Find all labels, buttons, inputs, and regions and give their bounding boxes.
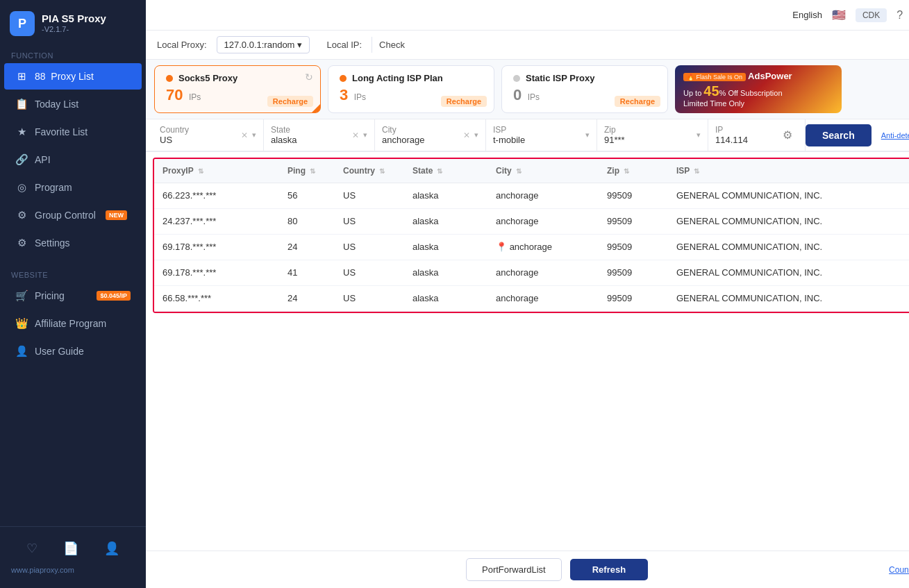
function-section-label: Function bbox=[0, 44, 146, 62]
sidebar-item-group-control[interactable]: ⚙ Group Control NEW bbox=[4, 202, 142, 228]
cell-city-0: anchorage bbox=[487, 183, 599, 208]
cell-ping-4: 24 bbox=[279, 286, 335, 311]
search-button[interactable]: Search bbox=[806, 124, 872, 146]
sort-country-icon[interactable]: ⇅ bbox=[379, 167, 385, 175]
country-code-link[interactable]: Country Code bbox=[889, 565, 909, 575]
ad-tagline: Limited Time Only bbox=[683, 99, 833, 108]
feedback-icon[interactable]: 📄 bbox=[63, 541, 78, 556]
city-clear-button[interactable]: ✕ bbox=[462, 129, 472, 142]
cell-zip-4: 99509 bbox=[599, 286, 668, 311]
sidebar-item-pricing[interactable]: 🛒 Pricing $0.045/IP bbox=[4, 283, 142, 309]
sidebar-footer-icons: ♡ 📄 👤 bbox=[0, 534, 146, 563]
isp-recharge-button[interactable]: Recharge bbox=[441, 96, 487, 107]
state-clear-button[interactable]: ✕ bbox=[351, 129, 360, 142]
ip-filter-value: 114.114 bbox=[715, 135, 774, 145]
isp-card-header: Long Acting ISP Plan bbox=[340, 73, 483, 83]
isp-dot bbox=[340, 75, 347, 82]
socks5-arrow bbox=[312, 104, 320, 112]
proxy-list-icon: ⊞ bbox=[15, 70, 28, 83]
sidebar-url[interactable]: www.piaproxy.com bbox=[0, 563, 146, 581]
check-button[interactable]: Check bbox=[372, 37, 412, 53]
sort-city-icon[interactable]: ⇅ bbox=[516, 167, 522, 175]
cell-isp-0: GENERAL COMMUNICATION, INC. bbox=[668, 183, 909, 208]
anti-detection-wrapper: Anti-detection browser bbox=[872, 128, 909, 142]
cdk-button[interactable]: CDK bbox=[856, 8, 887, 22]
cell-ip-0: 66.223.***.*** bbox=[154, 183, 279, 208]
port-forward-button[interactable]: PortForwardList bbox=[466, 558, 562, 581]
state-filter-label: State bbox=[271, 125, 348, 135]
proxy-card-static[interactable]: Static ISP Proxy 0 IPs Recharge bbox=[501, 65, 668, 113]
isp-filter-label: ISP bbox=[493, 125, 583, 135]
cell-zip-2: 99509 bbox=[599, 235, 668, 260]
socks5-refresh-icon[interactable]: ↻ bbox=[305, 72, 313, 83]
app-logo: P PIA S5 Proxy -V2.1.7- bbox=[0, 0, 146, 44]
cell-ip-2: 69.178.***.*** bbox=[154, 235, 279, 260]
static-recharge-button[interactable]: Recharge bbox=[615, 96, 660, 107]
sidebar-item-program[interactable]: ◎ Program bbox=[4, 174, 142, 201]
sort-zip-icon[interactable]: ⇅ bbox=[624, 167, 629, 175]
sidebar-item-api[interactable]: 🔗 API bbox=[4, 146, 142, 173]
logo-icon: P bbox=[10, 11, 35, 36]
proxy-card-isp[interactable]: Long Acting ISP Plan 3 IPs Recharge bbox=[328, 65, 494, 113]
ad-banner[interactable]: 🔥 Flash Sale Is On AdsPower Up to 45% Of… bbox=[675, 65, 842, 113]
th-country: Country ⇅ bbox=[335, 159, 404, 183]
filter-isp[interactable]: ISP t-mobile ▾ bbox=[486, 119, 597, 151]
cell-country-3: US bbox=[335, 260, 404, 285]
sidebar-item-favorite-list[interactable]: ★ Favorite List bbox=[4, 119, 142, 145]
local-proxy-label: Local Proxy: bbox=[157, 40, 207, 50]
proxy-value: 127.0.0.1:random bbox=[224, 40, 295, 50]
cell-ip-4: 66.58.***.*** bbox=[154, 286, 279, 311]
isp-chevron-icon: ▾ bbox=[585, 131, 590, 140]
cell-state-3: alaska bbox=[404, 260, 487, 285]
sidebar-item-proxy-list[interactable]: ⊞ 88 Proxy List bbox=[4, 63, 142, 90]
filter-zip[interactable]: Zip 91*** ▾ bbox=[597, 119, 708, 151]
sidebar-item-today-list[interactable]: 📋 Today List bbox=[4, 91, 142, 117]
sort-proxy-ip-icon[interactable]: ⇅ bbox=[198, 167, 203, 175]
user-circle-icon[interactable]: 👤 bbox=[104, 541, 119, 556]
sidebar-item-user-guide[interactable]: 👤 User Guide bbox=[4, 338, 142, 364]
proxy-card-socks5[interactable]: Socks5 Proxy ↻ 70 IPs Recharge bbox=[154, 65, 321, 113]
proxy-controls: Local Proxy: 127.0.0.1:random ▾ Local IP… bbox=[146, 31, 909, 60]
refresh-button[interactable]: Refresh bbox=[570, 559, 648, 580]
sidebar: P PIA S5 Proxy -V2.1.7- Function ⊞ 88 Pr… bbox=[0, 0, 146, 588]
filter-zip-inner: Zip 91*** bbox=[604, 125, 694, 145]
chevron-down-icon: ▾ bbox=[297, 40, 302, 50]
help-icon[interactable]: ? bbox=[897, 9, 903, 22]
socks5-recharge-button[interactable]: Recharge bbox=[267, 96, 313, 107]
logo-text: PIA S5 Proxy -V2.1.7- bbox=[42, 12, 106, 34]
table-row: 69.178.***.*** 41 US alaska anchorage 99… bbox=[154, 260, 909, 286]
ip-filter-label: IP bbox=[715, 125, 774, 135]
cell-city-2: 📍 anchorage bbox=[487, 235, 599, 260]
local-proxy-select[interactable]: 127.0.0.1:random ▾ bbox=[217, 36, 310, 53]
filter-ip[interactable]: IP 114.114 ⚙ bbox=[708, 119, 806, 151]
isp-ips-label: IPs bbox=[354, 92, 366, 102]
sort-ping-icon[interactable]: ⇅ bbox=[310, 167, 315, 175]
state-chevron-icon: ▾ bbox=[363, 131, 367, 140]
table-row: 66.58.***.*** 24 US alaska anchorage 995… bbox=[154, 286, 909, 312]
sidebar-label-program: Program bbox=[35, 182, 72, 193]
sidebar-item-settings[interactable]: ⚙ Settings bbox=[4, 230, 142, 256]
filter-row: Country US ✕ ▾ State alaska ✕ ▾ City anc… bbox=[146, 119, 909, 152]
anti-detection-link[interactable]: Anti-detection browser bbox=[881, 131, 909, 140]
sidebar-item-affiliate[interactable]: 👑 Affiliate Program bbox=[4, 310, 142, 337]
app-version: -V2.1.7- bbox=[42, 25, 106, 34]
sort-state-icon[interactable]: ⇅ bbox=[437, 167, 442, 175]
cell-ping-1: 80 bbox=[279, 209, 335, 234]
user-guide-icon: 👤 bbox=[15, 345, 28, 358]
settings-filter-icon[interactable]: ⚙ bbox=[777, 126, 798, 144]
flash-sale-badge: 🔥 Flash Sale Is On bbox=[683, 73, 746, 81]
topbar: English 🇺🇸 CDK ? — ✕ bbox=[146, 0, 909, 31]
language-selector[interactable]: English bbox=[792, 10, 822, 20]
filter-city[interactable]: City anchorage ✕ ▾ bbox=[375, 119, 486, 151]
cell-zip-1: 99509 bbox=[599, 209, 668, 234]
city-chevron-icon: ▾ bbox=[474, 131, 478, 140]
socks5-count: 70 bbox=[166, 86, 183, 103]
local-ip-label: Local IP: bbox=[326, 40, 362, 50]
filter-state-inner: State alaska bbox=[271, 125, 348, 145]
country-clear-button[interactable]: ✕ bbox=[240, 129, 249, 142]
filter-country[interactable]: Country US ✕ ▾ bbox=[153, 119, 264, 151]
socks5-ips-label: IPs bbox=[189, 92, 201, 102]
sort-isp-icon[interactable]: ⇅ bbox=[694, 167, 699, 175]
heart-icon[interactable]: ♡ bbox=[26, 541, 37, 556]
filter-state[interactable]: State alaska ✕ ▾ bbox=[264, 119, 375, 151]
